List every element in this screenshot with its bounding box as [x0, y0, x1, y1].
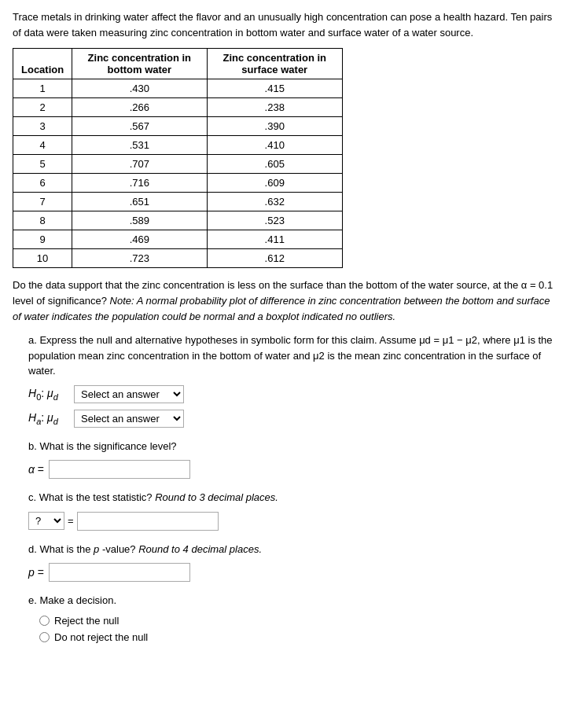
part-a: a. Express the null and alternative hypo… [28, 333, 557, 428]
alpha-eq-label: α = [28, 463, 44, 476]
table-row: 2.266.238 [13, 98, 343, 117]
h0-row: H0: μd Select an answer< 0> 0= 0≠ 0≤ 0≥ … [28, 385, 557, 403]
reject-null-row: Reject the null [39, 615, 557, 627]
table-row: 6.716.609 [13, 174, 343, 193]
do-not-reject-row: Do not reject the null [39, 631, 557, 643]
h0-label: H0: μd [28, 387, 69, 402]
test-stat-row: ?ztχ²F = [28, 512, 557, 531]
part-e-label: e. Make a decision. [28, 593, 557, 609]
table-row: 8.589.523 [13, 211, 343, 230]
test-stat-eq: = [68, 515, 74, 527]
do-not-reject-radio[interactable] [39, 632, 50, 642]
part-a-label: a. Express the null and alternative hypo… [28, 333, 557, 379]
part-b-label: b. What is the significance level? [28, 439, 557, 454]
ha-select[interactable]: Select an answer< 0> 0= 0≠ 0≤ 0≥ 0 [74, 410, 184, 428]
part-d-label: d. What is the p -value? Round to 4 deci… [28, 542, 557, 557]
intro-text: Trace metals in drinking water affect th… [13, 9, 557, 40]
col-location: Location [13, 49, 72, 79]
main-question: Do the data support that the zinc concen… [13, 278, 557, 325]
p-eq-label: p = [28, 566, 44, 579]
reject-null-radio[interactable] [39, 616, 50, 626]
h0-select[interactable]: Select an answer< 0> 0= 0≠ 0≤ 0≥ 0 [74, 385, 184, 403]
table-row: 10.723.612 [13, 249, 343, 268]
table-row: 5.707.605 [13, 155, 343, 174]
ha-row: Ha: μd Select an answer< 0> 0= 0≠ 0≤ 0≥ … [28, 410, 557, 428]
alpha-input-row: α = [28, 460, 557, 479]
p-value-row: p = [28, 563, 557, 582]
part-d: d. What is the p -value? Round to 4 deci… [28, 542, 557, 583]
part-c: c. What is the test statistic? Round to … [28, 490, 557, 531]
test-stat-input[interactable] [77, 512, 219, 531]
ha-label: Ha: μd [28, 411, 69, 426]
reject-null-label: Reject the null [54, 615, 119, 627]
table-row: 7.651.632 [13, 193, 343, 211]
data-table: Location Zinc concentration in bottom wa… [13, 48, 343, 268]
test-stat-select[interactable]: ?ztχ²F [28, 512, 64, 530]
col-surface: Zinc concentration in surface water [207, 49, 342, 79]
part-b: b. What is the significance level? α = [28, 439, 557, 480]
p-value-input[interactable] [49, 563, 190, 582]
table-row: 3.567.390 [13, 117, 343, 136]
part-c-label: c. What is the test statistic? Round to … [28, 490, 557, 506]
do-not-reject-label: Do not reject the null [54, 631, 148, 643]
alpha-input[interactable] [49, 460, 190, 479]
table-row: 1.430.415 [13, 79, 343, 98]
table-row: 4.531.410 [13, 136, 343, 155]
table-row: 9.469.411 [13, 230, 343, 249]
col-bottom: Zinc concentration in bottom water [72, 49, 207, 79]
part-e: e. Make a decision. Reject the null Do n… [28, 593, 557, 643]
